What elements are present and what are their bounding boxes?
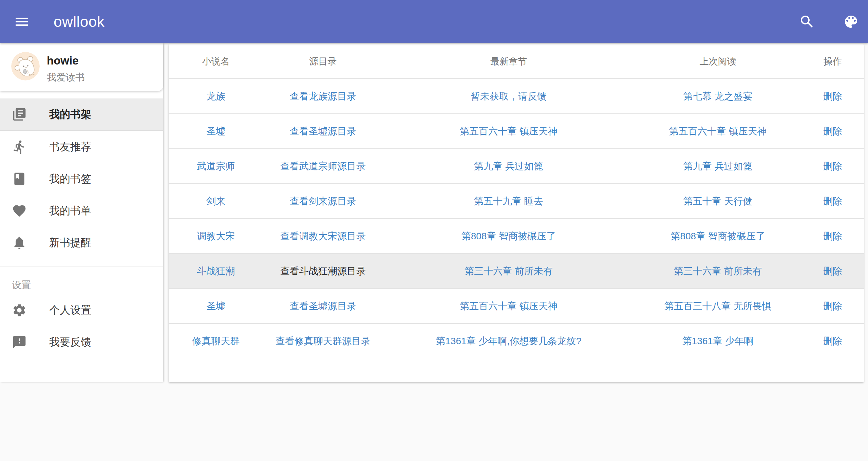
source-catalog-link[interactable]: 查看圣墟源目录	[290, 300, 356, 313]
table-row-highlighted: 斗战狂潮 查看斗战狂潮源目录 第三十六章 前所未有 第三十六章 前所未有 删除	[169, 254, 864, 289]
novel-name-link[interactable]: 圣墟	[206, 300, 225, 313]
app-title: owllook	[54, 13, 105, 30]
heart-icon	[12, 203, 27, 218]
column-header-actions: 操作	[801, 44, 864, 78]
menu-button[interactable]	[11, 11, 33, 33]
source-catalog-link[interactable]: 查看圣墟源目录	[290, 125, 356, 138]
latest-chapter-link[interactable]: 第五百六十章 镇压天神	[460, 300, 558, 313]
gear-icon	[12, 303, 27, 318]
hamster-avatar-illustration	[11, 52, 40, 80]
search-button[interactable]	[796, 11, 818, 33]
novel-name-link[interactable]: 圣墟	[206, 125, 225, 138]
novel-name-link[interactable]: 龙族	[206, 90, 225, 103]
column-header-latest-chapter: 最新章节	[383, 44, 635, 78]
delete-link[interactable]: 删除	[823, 230, 842, 243]
column-header-novel-name: 小说名	[169, 44, 263, 78]
delete-link[interactable]: 删除	[823, 335, 842, 348]
sidebar-item-label: 我的书单	[49, 204, 91, 218]
table-header-row: 小说名 源目录 最新章节 上次阅读 操作	[169, 44, 864, 79]
sidebar-item-my-bookmarks[interactable]: 我的书签	[0, 163, 163, 195]
sidebar-item-label: 我要反馈	[49, 335, 91, 349]
last-read-link[interactable]: 第三十六章 前所未有	[674, 265, 762, 278]
sidebar-item-friend-recommend[interactable]: 书友推荐	[0, 131, 163, 163]
delete-link[interactable]: 删除	[823, 265, 842, 278]
running-person-icon	[12, 140, 27, 154]
book-bookmark-icon	[12, 171, 27, 186]
delete-link[interactable]: 删除	[823, 125, 842, 138]
user-name: howie	[47, 54, 79, 67]
table-row: 圣墟 查看圣墟源目录 第五百六十章 镇压天神 第五百六十章 镇压天神 删除	[169, 114, 864, 149]
source-catalog-link[interactable]: 查看修真聊天群源目录	[276, 335, 371, 348]
latest-chapter-link[interactable]: 第三十六章 前所未有	[465, 265, 553, 278]
source-catalog-link[interactable]: 查看斗战狂潮源目录	[280, 265, 366, 278]
sidebar: howie 我爱读书 我的书架 书友推荐 我的书签	[0, 43, 163, 382]
sidebar-item-my-booklist[interactable]: 我的书单	[0, 195, 163, 227]
user-profile[interactable]: howie 我爱读书	[0, 43, 163, 91]
menu-icon	[14, 14, 30, 30]
column-header-last-read: 上次阅读	[635, 44, 801, 78]
source-catalog-link[interactable]: 查看调教大宋源目录	[280, 230, 366, 243]
source-catalog-link[interactable]: 查看剑来源目录	[290, 195, 356, 208]
avatar	[11, 52, 40, 80]
table-row: 修真聊天群 查看修真聊天群源目录 第1361章 少年啊,你想要几条龙纹? 第13…	[169, 324, 864, 358]
sidebar-item-label: 我的书架	[49, 107, 91, 122]
last-read-link[interactable]: 第五百三十八章 无所畏惧	[664, 300, 772, 313]
last-read-link[interactable]: 第五百六十章 镇压天神	[669, 125, 767, 138]
novel-name-link[interactable]: 修真聊天群	[192, 335, 240, 348]
table-row: 圣墟 查看圣墟源目录 第五百六十章 镇压天神 第五百三十八章 无所畏惧 删除	[169, 289, 864, 324]
last-read-link[interactable]: 第九章 兵过如篦	[683, 160, 753, 173]
bookshelf-table: 小说名 源目录 最新章节 上次阅读 操作 龙族 查看龙族源目录 暂未获取，请反馈…	[169, 44, 864, 382]
last-read-link[interactable]: 第七幕 龙之盛宴	[683, 90, 753, 103]
latest-chapter-link[interactable]: 第1361章 少年啊,你想要几条龙纹?	[436, 335, 581, 348]
latest-chapter-link[interactable]: 第808章 智商被碾压了	[461, 230, 556, 243]
theme-button[interactable]	[840, 11, 862, 33]
sidebar-settings-nav: 个人设置 我要反馈	[0, 294, 163, 358]
palette-icon	[843, 14, 859, 30]
novel-name-link[interactable]: 调教大宋	[197, 230, 235, 243]
table-row: 武道宗师 查看武道宗师源目录 第九章 兵过如篦 第九章 兵过如篦 删除	[169, 149, 864, 184]
sidebar-item-my-bookshelf[interactable]: 我的书架	[0, 98, 163, 131]
sidebar-item-label: 个人设置	[49, 303, 91, 317]
delete-link[interactable]: 删除	[823, 90, 842, 103]
last-read-link[interactable]: 第808章 智商被碾压了	[671, 230, 765, 243]
library-books-icon	[12, 107, 27, 122]
novel-name-link[interactable]: 剑来	[206, 195, 225, 208]
latest-chapter-link[interactable]: 第九章 兵过如篦	[474, 160, 543, 173]
column-header-source-catalog: 源目录	[263, 44, 383, 78]
user-tagline: 我爱读书	[47, 71, 85, 84]
delete-link[interactable]: 删除	[823, 300, 842, 313]
sidebar-item-label: 新书提醒	[49, 236, 91, 250]
feedback-icon	[12, 335, 27, 350]
table-row: 调教大宋 查看调教大宋源目录 第808章 智商被碾压了 第808章 智商被碾压了…	[169, 219, 864, 254]
sidebar-nav: 我的书架 书友推荐 我的书签 我的书单	[0, 98, 163, 259]
settings-section-header: 设置	[0, 266, 163, 292]
bell-icon	[12, 235, 27, 250]
owllook-app: owllook	[0, 0, 868, 461]
novel-name-link[interactable]: 斗战狂潮	[197, 265, 235, 278]
sidebar-item-personal-settings[interactable]: 个人设置	[0, 294, 163, 326]
source-catalog-link[interactable]: 查看龙族源目录	[290, 90, 356, 103]
novel-name-link[interactable]: 武道宗师	[197, 160, 235, 173]
last-read-link[interactable]: 第五十章 天行健	[683, 195, 753, 208]
search-icon	[799, 14, 815, 30]
app-header: owllook	[0, 0, 868, 43]
delete-link[interactable]: 删除	[823, 160, 842, 173]
delete-link[interactable]: 删除	[823, 195, 842, 208]
sidebar-item-label: 书友推荐	[49, 140, 91, 154]
source-catalog-link[interactable]: 查看武道宗师源目录	[280, 160, 366, 173]
sidebar-item-feedback[interactable]: 我要反馈	[0, 326, 163, 358]
settings-section-label: 设置	[12, 280, 31, 290]
sidebar-item-new-book-alert[interactable]: 新书提醒	[0, 227, 163, 259]
latest-chapter-link[interactable]: 第五十九章 睡去	[474, 195, 543, 208]
latest-chapter-link[interactable]: 暂未获取，请反馈	[471, 90, 547, 103]
latest-chapter-link[interactable]: 第五百六十章 镇压天神	[460, 125, 558, 138]
table-row: 龙族 查看龙族源目录 暂未获取，请反馈 第七幕 龙之盛宴 删除	[169, 79, 864, 114]
sidebar-item-label: 我的书签	[49, 172, 91, 186]
last-read-link[interactable]: 第1361章 少年啊	[682, 335, 754, 348]
table-row: 剑来 查看剑来源目录 第五十九章 睡去 第五十章 天行健 删除	[169, 184, 864, 219]
